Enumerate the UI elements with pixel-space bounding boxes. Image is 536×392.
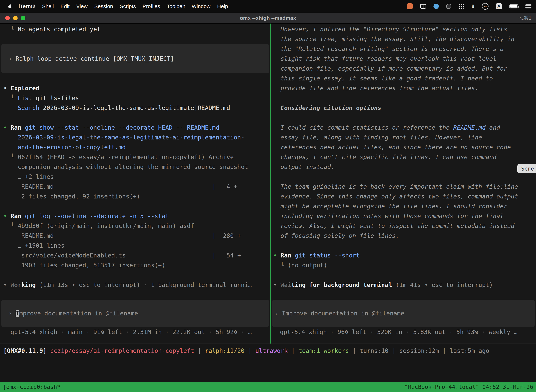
terminal-line: essay file, along with finding root file… [271, 132, 536, 142]
blank-line [271, 241, 536, 250]
omx-status-segment: | [288, 347, 298, 354]
input-source-icon[interactable]: A [496, 3, 502, 9]
omx-status-segment: | [245, 347, 255, 354]
terminal-line: • Ran git show --stat --oneline --decora… [0, 123, 270, 132]
blank-line [271, 172, 536, 182]
terminal-line: README.md | 280 + [0, 231, 270, 241]
terminal-line: … +1901 lines [0, 241, 270, 250]
terminal-line: evidence. Since this change only affects… [271, 191, 536, 201]
menu-item-session[interactable]: Session [91, 3, 116, 9]
window-controls [5, 16, 25, 20]
terminal-line: └ 067f154 (HEAD -> essay/ai-reimplementa… [0, 152, 270, 162]
terminal-line: … +2 lines [0, 172, 270, 182]
blank-line [0, 113, 270, 123]
blank-line [0, 290, 270, 300]
terminal-line: • Waiting for background terminal (1m 41… [271, 280, 536, 290]
battery-icon[interactable] [509, 4, 518, 9]
minimize-window-button[interactable] [13, 16, 18, 20]
prompt-input[interactable]: › Improve documentation in @filename [272, 300, 535, 327]
battery-percent-badge[interactable]: .61 [482, 3, 488, 10]
terminal-line: • Ran git status --short [271, 250, 536, 260]
blank-line [0, 34, 270, 44]
terminal-line: the source tree, missing the essay. Stil… [271, 34, 536, 44]
close-window-button[interactable] [5, 16, 10, 20]
terminal-line: The team guideline is to back every impo… [271, 182, 536, 191]
inject-banner: › Ralph loop active continue [OMX_TMUX_I… [1, 44, 269, 73]
terminal-line: └ (no output) [271, 260, 536, 270]
blank-line [0, 201, 270, 211]
menu-items: iTerm2ShellEditViewSessionScriptsProfile… [15, 3, 231, 9]
menu-item-view[interactable]: View [73, 3, 91, 9]
terminal-line: including verification notes with those … [271, 211, 536, 221]
zoom-window-button[interactable] [21, 16, 25, 20]
omx-status-segment: ralph:11/20 [205, 347, 244, 354]
terminal-line: └ No agents completed yet [0, 24, 270, 34]
terminal-pane-left[interactable]: └ No agents completed yet› Ralph loop ac… [0, 23, 270, 344]
terminal-line: provide file and line references from th… [271, 83, 536, 93]
menu-bar: iTerm2ShellEditViewSessionScriptsProfile… [0, 0, 536, 13]
app-icon-dark[interactable] [446, 4, 451, 9]
terminal-line: references need actual files, and since … [271, 142, 536, 152]
terminal-area: └ No agents completed yet› Ralph loop ac… [0, 23, 536, 344]
blank-line [271, 270, 536, 280]
terminal-line: • Working (11m 13s • esc to interrupt) ·… [0, 280, 270, 290]
menu-item-scripts[interactable]: Scripts [116, 3, 139, 9]
menu-item-edit[interactable]: Edit [57, 3, 73, 9]
terminal-line: However, I noticed the "Directory Struct… [271, 24, 536, 34]
terminal-pane-right[interactable]: However, I noticed the "Directory Struct… [271, 23, 536, 344]
terminal-line: companion file, especially if more comme… [271, 64, 536, 73]
omx-status-segment: team:1 workers [299, 347, 349, 354]
apple-menu[interactable] [5, 4, 15, 9]
terminal-line: src/voice/voiceModeEnabled.ts | 54 + [0, 250, 270, 260]
terminal-line: Considering citation options [271, 103, 536, 113]
terminal-line: README.md | 4 + [0, 182, 270, 191]
blank-line [0, 73, 270, 83]
terminal-line: └ List git ls-files [0, 93, 270, 103]
terminal-line: the "Related research writing" section i… [271, 44, 536, 54]
model-status-line: gpt-5.4 xhigh · 96% left · 520K in · 5.8… [271, 327, 536, 337]
terminal-line: output instead. [271, 162, 536, 172]
menu-item-help[interactable]: Help [214, 3, 231, 9]
terminal-line: slight risk that future readers may over… [271, 54, 536, 64]
title-bar: omx --xhigh --madmax ⌥⌘1 [0, 13, 536, 23]
window-manager-icon[interactable] [420, 4, 426, 9]
apple-icon [7, 4, 12, 9]
menu-item-shell[interactable]: Shell [39, 3, 57, 9]
menu-item-profiles[interactable]: Profiles [139, 3, 163, 9]
tmux-status-bar: [omx-cczip0:bash* "MacBook-Pro-44.local"… [0, 382, 536, 392]
terminal-line: this single essay, it seems like a good … [271, 73, 536, 83]
terminal-line: Search 2026-03-09-is-legal-the-same-as-l… [0, 103, 270, 113]
tmux-session-window-label: [omx-cczip0:bash* [3, 383, 61, 390]
menu-item-window[interactable]: Window [188, 3, 214, 9]
blank-line [271, 93, 536, 103]
app-grid-icon[interactable] [459, 4, 464, 9]
terminal-line: might be acceptable alongside the file l… [271, 201, 536, 211]
blank-line [271, 113, 536, 123]
menu-bar-extras: 8.61A [407, 3, 531, 10]
screen-share-overlay-button[interactable]: Scre [517, 164, 536, 173]
terminal-line: • Ran git log --oneline --decorate -n 5 … [0, 211, 270, 221]
menu-item-iterm2[interactable]: iTerm2 [15, 3, 39, 9]
terminal-line: 1903 files changed, 513517 insertions(+) [0, 260, 270, 270]
terminal-line: changes, I can't cite specific file line… [271, 152, 536, 162]
model-status-line: gpt-5.4 xhigh · main · 91% left · 2.31M … [0, 327, 270, 337]
blank-line [0, 270, 270, 280]
terminal-line: └ 4b9d30f (origin/main, instructkr/main,… [0, 221, 270, 231]
omx-status-segment: | [194, 347, 205, 354]
terminal-line: • Explored [0, 83, 270, 93]
omx-status-segment: cczip/essay/ai-reimplementation-copyleft [50, 347, 194, 354]
omx-status-segment: [OMX#0.11.9] [3, 347, 50, 354]
terminal-line: companion analysis without altering the … [0, 162, 270, 172]
app-icon-blue[interactable] [433, 4, 439, 9]
menu-item-toolbelt[interactable]: Toolbelt [163, 3, 188, 9]
numeric-key-icon[interactable]: 8 [471, 3, 474, 9]
terminal-line: review. Also, I might want to inspect th… [271, 221, 536, 231]
terminal-line: 2026-03-09-is-legal-the-same-as-legitima… [0, 132, 270, 142]
omx-status-segment: ultrawork [255, 347, 288, 354]
control-center-icon[interactable] [526, 4, 531, 9]
screen-recording-indicator[interactable] [407, 3, 413, 9]
terminal-line: of focusing solely on file lines. [271, 231, 536, 241]
terminal-line: and-the-erosion-of-copyleft.md [0, 142, 270, 152]
terminal-line: 2 files changed, 92 insertions(+) [0, 191, 270, 201]
prompt-input[interactable]: › Improve documentation in @filename [1, 300, 269, 327]
